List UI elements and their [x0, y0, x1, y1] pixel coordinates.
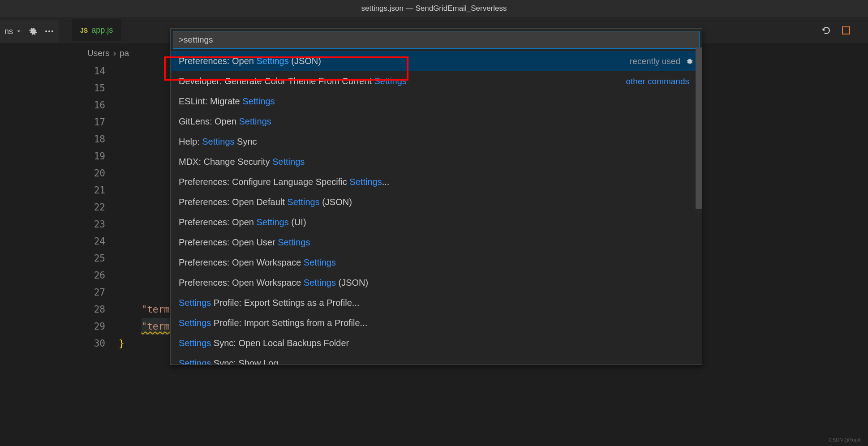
revert-icon[interactable] [821, 26, 831, 35]
command-item-label: Preferences: Open Settings (JSON) [179, 54, 630, 69]
line-number: 22 [78, 199, 105, 216]
command-item-label: Settings Sync: Show Log [179, 356, 694, 365]
svg-point-2 [52, 30, 53, 32]
command-item[interactable]: Preferences: Open Workspace Settings (JS… [171, 273, 702, 293]
line-number: 26 [78, 267, 105, 284]
command-item-label: Help: Settings Sync [179, 134, 694, 149]
command-item[interactable]: Developer: Generate Color Theme From Cur… [171, 71, 702, 91]
line-number: 18 [78, 131, 105, 148]
command-item-label: Preferences: Open Settings (UI) [179, 215, 694, 230]
command-item-label: MDX: Change Security Settings [179, 154, 694, 169]
line-number: 29 [78, 318, 105, 335]
svg-point-0 [45, 30, 47, 32]
command-item-label: ESLint: Migrate Settings [179, 94, 694, 109]
command-item-label: Preferences: Open User Settings [179, 235, 694, 250]
left-controls: ns [0, 20, 59, 43]
command-item-label: Developer: Generate Color Theme From Cur… [179, 74, 626, 89]
command-item[interactable]: Help: Settings Sync [171, 132, 702, 152]
window-title: settings.json — SendGridEmail_Serverless [361, 4, 507, 13]
line-number: 28 [78, 301, 105, 318]
command-item-label: Preferences: Open Default Settings (JSON… [179, 195, 694, 210]
line-numbers-gutter: 1415161718192021222324252627282930 [78, 63, 119, 352]
ns-dropdown[interactable]: ns [4, 27, 22, 36]
line-number: 25 [78, 250, 105, 267]
toolbar-right [821, 26, 868, 35]
stop-icon[interactable] [842, 26, 850, 34]
line-number: 21 [78, 182, 105, 199]
command-item-meta: other commands [626, 74, 689, 88]
command-item-label: Settings Profile: Import Settings from a… [179, 316, 694, 330]
editor-tabs: JS app.js [72, 19, 121, 41]
command-item[interactable]: Settings Profile: Import Settings from a… [171, 313, 702, 333]
command-list: Preferences: Open Settings (JSON)recentl… [171, 51, 702, 365]
line-number: 20 [78, 165, 105, 182]
chevron-down-icon [16, 28, 22, 34]
line-number: 30 [78, 335, 105, 352]
command-item[interactable]: ESLint: Migrate Settings [171, 91, 702, 112]
tab-app-js[interactable]: JS app.js [72, 19, 121, 41]
command-item[interactable]: Preferences: Configure Language Specific… [171, 172, 702, 192]
command-item[interactable]: Preferences: Open Default Settings (JSON… [171, 192, 702, 212]
command-item[interactable]: Preferences: Open Settings (UI) [171, 212, 702, 232]
command-palette: Preferences: Open Settings (JSON)recentl… [170, 28, 702, 365]
command-item[interactable]: GitLens: Open Settings [171, 112, 702, 132]
command-item[interactable]: Preferences: Open User Settings [171, 232, 702, 253]
line-number: 23 [78, 216, 105, 233]
command-item[interactable]: MDX: Change Security Settings [171, 152, 702, 172]
breadcrumb-segment: Users [87, 48, 110, 58]
scrollbar-track [696, 51, 702, 316]
command-item-label: Preferences: Open Workspace Settings [179, 255, 694, 270]
line-number: 14 [78, 63, 105, 80]
command-item[interactable]: Settings Sync: Show Log [171, 353, 702, 365]
line-number: 16 [78, 97, 105, 114]
command-item[interactable]: Preferences: Open Workspace Settings [171, 253, 702, 273]
gear-icon[interactable] [685, 57, 694, 66]
command-item-meta: recently used [630, 54, 680, 68]
window-title-bar: settings.json — SendGridEmail_Serverless [0, 0, 868, 17]
command-item[interactable]: Settings Sync: Open Local Backups Folder [171, 333, 702, 353]
command-item-label: Preferences: Configure Language Specific… [179, 175, 694, 189]
sidebar-space [0, 44, 78, 446]
line-number: 27 [78, 284, 105, 301]
command-item-label: Settings Sync: Open Local Backups Folder [179, 336, 694, 351]
watermark: CSDN @Yopth [829, 437, 862, 442]
command-item-label: Settings Profile: Export Settings as a P… [179, 296, 694, 310]
line-number: 19 [78, 148, 105, 165]
line-number: 24 [78, 233, 105, 250]
command-item-label: GitLens: Open Settings [179, 114, 694, 129]
command-item-label: Preferences: Open Workspace Settings (JS… [179, 275, 694, 290]
more-icon[interactable] [44, 26, 54, 36]
js-file-icon: JS [80, 27, 88, 34]
command-input[interactable] [173, 31, 700, 49]
command-item[interactable]: Settings Profile: Export Settings as a P… [171, 293, 702, 313]
breadcrumb-segment: pa [120, 48, 129, 58]
command-item[interactable]: Preferences: Open Settings (JSON)recentl… [171, 51, 702, 71]
line-number: 17 [78, 114, 105, 131]
svg-point-1 [48, 30, 50, 32]
gear-icon[interactable] [28, 26, 38, 36]
scrollbar-thumb[interactable] [696, 51, 702, 209]
tab-label: app.js [91, 26, 113, 35]
line-number: 15 [78, 80, 105, 97]
